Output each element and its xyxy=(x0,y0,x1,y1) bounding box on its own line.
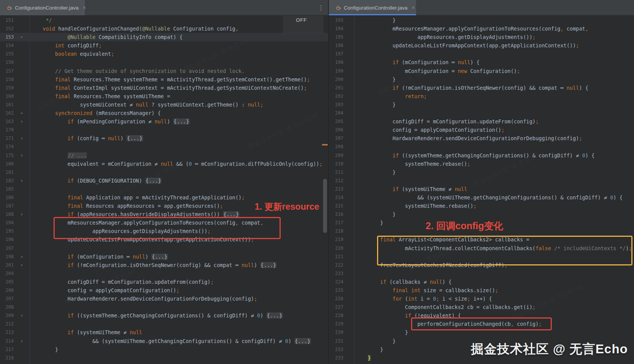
code-line[interactable]: config = applyCompatConfiguration(); xyxy=(354,126,634,134)
tab-close-icon[interactable]: × xyxy=(83,5,86,10)
fold-toggle-icon[interactable]: › xyxy=(15,151,29,160)
code-line[interactable] xyxy=(29,244,328,252)
code-line[interactable]: systemTheme.rebase(); xyxy=(354,160,634,168)
code-line[interactable]: boolean equivalent; xyxy=(29,50,328,58)
off-indicator[interactable]: OFF xyxy=(296,17,307,23)
code-line[interactable]: equivalent = mConfiguration ≠ null && (0… xyxy=(29,160,328,168)
code-line[interactable]: @Nullable CompatibilityInfo compat) { xyxy=(29,33,328,41)
code-line[interactable]: updateLocaleListFromAppContext(app.getAp… xyxy=(29,235,328,244)
fold-toggle-icon[interactable]: › xyxy=(15,176,29,185)
code-line[interactable]: systemUiTheme.rebase(); xyxy=(354,202,634,210)
code-line[interactable]: } xyxy=(354,168,634,176)
code-line[interactable]: HardwareRenderer.sendDeviceConfiguration… xyxy=(29,294,328,303)
fold-toggle-icon[interactable]: › xyxy=(15,134,29,142)
code-line[interactable] xyxy=(29,126,328,134)
code-line[interactable]: } xyxy=(354,345,634,354)
code-line[interactable]: } xyxy=(354,328,634,336)
code-line[interactable] xyxy=(354,50,634,58)
code-line[interactable]: } xyxy=(354,75,634,84)
fold-toggle-icon[interactable]: › xyxy=(15,117,29,126)
code-line[interactable]: if ((systemTheme.getChangingConfiguratio… xyxy=(354,151,634,160)
code-line[interactable]: synchronized (mResourcesManager) { xyxy=(29,109,328,117)
code-line[interactable]: updateLocaleListFromAppContext(app.getAp… xyxy=(354,41,634,50)
code-line[interactable] xyxy=(29,142,328,151)
code-line[interactable] xyxy=(354,142,634,151)
code-line[interactable]: } xyxy=(354,218,634,227)
code-line[interactable]: // Get theme outside of synchronization … xyxy=(29,67,328,75)
code-line[interactable]: && (systemUiTheme.getChangingConfigurati… xyxy=(29,337,328,345)
code-line[interactable]: final Resources.Theme systemUiTheme = xyxy=(29,92,328,100)
code-line[interactable]: final ContextImpl systemUiContext = mAct… xyxy=(29,84,328,92)
code-line[interactable]: int configDiff; xyxy=(29,41,328,50)
code-line[interactable]: if ((systemTheme.getChangingConfiguratio… xyxy=(29,311,328,320)
code-line[interactable]: if (mConfiguration ═ null) { xyxy=(354,58,634,66)
code-line[interactable] xyxy=(29,58,328,66)
code-line[interactable]: } xyxy=(354,354,634,362)
fold-toggle-icon[interactable]: › xyxy=(15,311,29,320)
code-line[interactable] xyxy=(29,354,328,362)
code-line[interactable]: // ... xyxy=(29,151,328,160)
code-line[interactable]: mResourcesManager.applyConfigurationToRe… xyxy=(354,24,634,33)
code-line[interactable]: for (int i = 0; i < size; i++) { xyxy=(354,294,634,303)
code-line[interactable]: if (appResources.hasOverrideDisplayAdjus… xyxy=(29,210,328,218)
code-line[interactable] xyxy=(354,109,634,117)
code-line[interactable]: } xyxy=(354,16,634,24)
code-line[interactable]: appResources.getDisplayAdjustments()); xyxy=(354,33,634,41)
tab-configurationcontroller-left[interactable]: ConfigurationController.java × xyxy=(0,0,85,15)
code-line[interactable]: final int size = callbacks.size(); xyxy=(354,286,634,294)
code-line[interactable]: final ArrayList<ComponentCallbacks2> cal… xyxy=(354,235,634,244)
code-line[interactable]: final ArrayList<ComponentCallbacks2> cal… xyxy=(29,362,328,364)
fold-toggle-icon[interactable]: › xyxy=(15,210,29,218)
code-editor-right[interactable]: 193 }194 mResourcesManager.applyConfigur… xyxy=(329,15,634,364)
code-line[interactable]: performConfigurationChanged(cb, config); xyxy=(354,320,634,328)
code-line[interactable]: } xyxy=(354,100,634,109)
code-line[interactable]: mActivityThread.collectComponentCallback… xyxy=(354,244,634,252)
code-line[interactable] xyxy=(29,303,328,311)
code-line[interactable] xyxy=(354,252,634,261)
tab-close-icon[interactable]: × xyxy=(412,5,415,10)
code-line[interactable]: mResourcesManager.applyConfigurationToRe… xyxy=(29,218,328,227)
code-line[interactable]: } xyxy=(354,337,634,345)
code-line[interactable] xyxy=(29,320,328,328)
code-line[interactable]: } xyxy=(29,345,328,354)
code-line[interactable]: if (mPendingConfiguration ≠ null) {...} xyxy=(29,117,328,126)
code-line[interactable]: final Resources appResources = app.getRe… xyxy=(29,202,328,210)
code-line[interactable] xyxy=(354,269,634,278)
fold-toggle-icon[interactable]: › xyxy=(15,337,29,345)
code-line[interactable]: if (systemUiTheme ≠ null xyxy=(354,185,634,193)
code-line[interactable]: configDiff = mConfiguration.updateFrom(c… xyxy=(29,278,328,286)
fold-toggle-icon[interactable]: › xyxy=(15,109,29,117)
code-line[interactable]: } xyxy=(354,210,634,218)
code-line[interactable]: appResources.getDisplayAdjustments()); xyxy=(29,227,328,235)
tab-configurationcontroller-right[interactable]: ConfigurationController.java × xyxy=(329,0,416,15)
code-line[interactable]: return; xyxy=(354,92,634,100)
code-line[interactable]: if (mConfiguration ═ null) {...} xyxy=(29,252,328,261)
editor-options-kebab-icon[interactable]: ⋮ xyxy=(317,3,325,12)
code-line[interactable]: if (DEBUG_CONFIGURATION) {...} xyxy=(29,176,328,185)
code-line[interactable] xyxy=(29,185,328,193)
code-line[interactable]: mConfiguration = new Configuration(); xyxy=(354,67,634,75)
code-line[interactable] xyxy=(354,176,634,185)
code-line[interactable] xyxy=(354,227,634,235)
code-line[interactable]: final Resources.Theme systemTheme = mAct… xyxy=(29,75,328,84)
code-line[interactable]: if (!equivalent) { xyxy=(354,311,634,320)
code-line[interactable]: if (config ═ null) {...} xyxy=(29,134,328,142)
code-line[interactable]: configDiff = mConfiguration.updateFrom(c… xyxy=(354,117,634,126)
fold-toggle-icon[interactable]: › xyxy=(15,252,29,261)
code-line[interactable]: if (!mConfiguration.isOtherSeqNewer(conf… xyxy=(354,84,634,92)
code-line[interactable] xyxy=(29,168,328,176)
fold-toggle-icon[interactable]: › xyxy=(15,261,29,269)
code-line[interactable]: HardwareRenderer.sendDeviceConfiguration… xyxy=(354,134,634,142)
code-line[interactable]: if (!mConfiguration.isOtherSeqNewer(conf… xyxy=(29,261,328,269)
code-line[interactable]: final Application app = mActivityThread.… xyxy=(29,193,328,202)
code-line[interactable]: freeTextLayoutCachesIfNeeded(configDiff)… xyxy=(354,261,634,269)
fold-toggle-icon[interactable]: › xyxy=(15,33,29,41)
code-line[interactable]: ComponentCallbacks2 cb = callbacks.get(i… xyxy=(354,303,634,311)
code-line[interactable] xyxy=(29,269,328,278)
code-line[interactable]: systemUiContext ≠ null ? systemUiContext… xyxy=(29,100,328,109)
code-editor-left[interactable]: 151 */152 void handleConfigurationChange… xyxy=(0,15,328,364)
code-line[interactable]: && (systemUiTheme.getChangingConfigurati… xyxy=(354,193,634,202)
vertical-scrollbar-thumb[interactable] xyxy=(323,179,327,233)
code-line[interactable]: config = applyCompatConfiguration(); xyxy=(29,286,328,294)
code-line[interactable]: if (systemUiTheme ≠ null xyxy=(29,328,328,336)
